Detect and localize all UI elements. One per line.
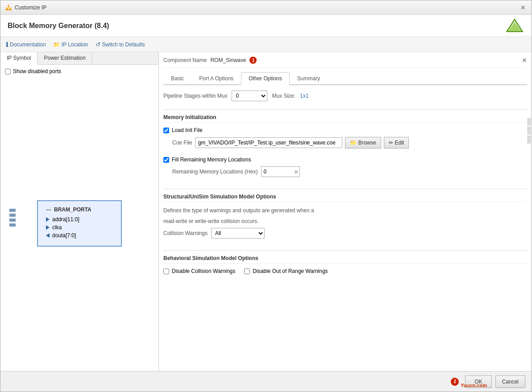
- ip-block-title: BRAM_PORTA: [46, 206, 113, 213]
- pipeline-stages-row: Pipeline Stages within Mux 0 1 2 Mux Siz…: [163, 91, 527, 101]
- tab-ip-symbol[interactable]: IP Symbol: [0, 52, 37, 65]
- remaining-hex-input[interactable]: [262, 167, 293, 177]
- pipeline-stages-label: Pipeline Stages within Mux: [163, 93, 227, 99]
- load-init-checkbox[interactable]: [163, 128, 169, 133]
- ip-port-douta: douta[7:0]: [46, 232, 113, 239]
- component-clear-button[interactable]: ✕: [522, 57, 527, 64]
- port-arrow-in-addra: [46, 217, 50, 222]
- structural-desc1: Defines the type of warnings and outputs…: [163, 206, 431, 215]
- edit-label: Edit: [395, 140, 404, 146]
- browse-label: Browse: [358, 140, 376, 146]
- collision-warnings-select[interactable]: All Warning Only Generate X Only None: [211, 228, 265, 239]
- disable-out-of-range-row: Disable Out of Range Warnings: [244, 268, 328, 274]
- side-bar-3: [9, 219, 16, 222]
- window-title: Customize IP: [15, 4, 46, 11]
- vivado-logo: [505, 18, 524, 33]
- side-bar-4: [9, 223, 16, 227]
- edit-icon: ✏: [389, 140, 393, 146]
- behavioral-section: Behavioral Simulation Model Options Disa…: [163, 255, 527, 278]
- folder-icon-browse: 📁: [350, 140, 357, 146]
- left-panel: IP Symbol Power Estimation Show disabled…: [0, 52, 159, 371]
- switch-defaults-label: Switch to Defaults: [102, 41, 145, 48]
- structural-desc2: read-write or write-write collision occu…: [163, 217, 431, 225]
- memory-init-title: Memory Initialization: [163, 114, 527, 123]
- right-side-indicators: [528, 118, 532, 144]
- memory-init-section: Memory Initialization Load Init File Coe…: [163, 114, 527, 177]
- disable-out-of-range-checkbox[interactable]: [244, 268, 250, 274]
- show-disabled-row: Show disabled ports: [5, 68, 154, 74]
- disable-collision-checkbox[interactable]: [163, 268, 169, 274]
- fill-remaining-checkbox[interactable]: [163, 157, 169, 163]
- tab-basic[interactable]: Basic: [163, 72, 191, 84]
- show-disabled-checkbox[interactable]: [5, 69, 11, 74]
- divider-3: [163, 250, 527, 251]
- side-bar-1: [9, 209, 16, 212]
- app-header: Block Memory Generator (8.4): [0, 15, 532, 37]
- cancel-button[interactable]: Cancel: [495, 375, 525, 388]
- close-button[interactable]: ✕: [519, 4, 527, 12]
- remaining-hex-label: Remaining Memory Locations (Hex): [172, 169, 258, 175]
- switch-defaults-link[interactable]: ↺ Switch to Defaults: [96, 41, 145, 48]
- spacer-1: [163, 152, 527, 157]
- fill-remaining-row: Fill Remaining Memory Locations: [163, 157, 527, 163]
- ip-port-addra: addra[11:0]: [46, 216, 113, 223]
- ip-location-label: IP Location: [62, 41, 88, 48]
- folder-icon: 📁: [53, 41, 60, 48]
- app-icon: V: [5, 4, 12, 11]
- toolbar: ℹ Documentation 📁 IP Location ↺ Switch t…: [0, 37, 532, 52]
- port-arrow-out-douta: [46, 233, 50, 238]
- browse-button[interactable]: 📁 Browse: [345, 137, 381, 149]
- ip-location-link[interactable]: 📁 IP Location: [53, 41, 88, 48]
- bottom-badge: 2: [451, 378, 459, 386]
- left-tabs: IP Symbol Power Estimation: [0, 52, 158, 65]
- load-init-label: Load Init File: [172, 127, 203, 133]
- disable-collision-label: Disable Collision Warnings: [172, 268, 235, 274]
- bottom-bar: 2 OK Cancel Yuucn.com: [0, 371, 532, 392]
- remaining-hex-row: Remaining Memory Locations (Hex) ✕: [172, 166, 527, 177]
- svg-text:V: V: [7, 4, 10, 11]
- structural-title: Structural/UniSim Simulation Model Optio…: [163, 194, 527, 202]
- pipeline-stages-select[interactable]: 0 1 2: [232, 91, 267, 101]
- component-name-row: Component Name ROM_Sinwave 1 ✕: [163, 57, 527, 68]
- documentation-link[interactable]: ℹ Documentation: [6, 41, 46, 48]
- component-name-label: Component Name: [163, 57, 207, 63]
- tab-other-options[interactable]: Other Options: [241, 72, 290, 85]
- coe-file-input[interactable]: [195, 137, 342, 148]
- divider-1: [163, 109, 527, 110]
- tab-power-estimation[interactable]: Power Estimation: [37, 52, 92, 64]
- port-label-clka: clka: [52, 224, 62, 231]
- tab-port-a-options[interactable]: Port A Options: [191, 72, 241, 84]
- collision-warnings-label: Collision Warnings: [163, 230, 208, 236]
- load-init-row: Load Init File: [163, 127, 527, 133]
- ip-block: BRAM_PORTA addra[11:0] clka douta[7:0]: [37, 200, 122, 247]
- side-bar-2: [9, 214, 16, 217]
- disable-out-of-range-label: Disable Out of Range Warnings: [253, 268, 328, 274]
- side-indicator-2: [528, 127, 532, 135]
- right-panel: Component Name ROM_Sinwave 1 ✕ Basic Por…: [159, 52, 532, 371]
- port-label-douta: douta[7:0]: [52, 232, 76, 239]
- structural-section: Structural/UniSim Simulation Model Optio…: [163, 194, 527, 239]
- right-tabs: Basic Port A Options Other Options Summa…: [163, 72, 527, 85]
- app-title: Block Memory Generator (8.4): [8, 22, 109, 30]
- tab-summary[interactable]: Summary: [290, 72, 328, 84]
- watermark: Yuucn.com: [461, 383, 487, 388]
- disable-collision-row: Disable Collision Warnings: [163, 268, 235, 274]
- left-side-bars: [9, 209, 16, 227]
- behavioral-title: Behavioral Simulation Model Options: [163, 255, 527, 264]
- divider-2: [163, 189, 527, 189]
- remaining-hex-clear-button[interactable]: ✕: [293, 169, 299, 175]
- remaining-hex-input-wrapper: ✕: [261, 166, 300, 177]
- side-indicator-3: [528, 136, 532, 144]
- main-window: V Customize IP ✕ Block Memory Generator …: [0, 0, 532, 392]
- info-icon: ℹ: [6, 41, 8, 48]
- ip-port-clka: clka: [46, 224, 113, 231]
- edit-button[interactable]: ✏ Edit: [384, 137, 409, 149]
- behavioral-options-row: Disable Collision Warnings Disable Out o…: [163, 268, 527, 278]
- side-indicator-1: [528, 118, 532, 126]
- title-bar: V Customize IP ✕: [0, 0, 532, 15]
- port-arrow-in-clka: [46, 225, 50, 230]
- fill-remaining-label: Fill Remaining Memory Locations: [172, 157, 251, 163]
- left-tab-content: Show disabled ports BRAM_PORTA a: [0, 65, 158, 371]
- mux-size-value: 1x1: [300, 93, 308, 99]
- component-name-value: ROM_Sinwave: [210, 57, 246, 63]
